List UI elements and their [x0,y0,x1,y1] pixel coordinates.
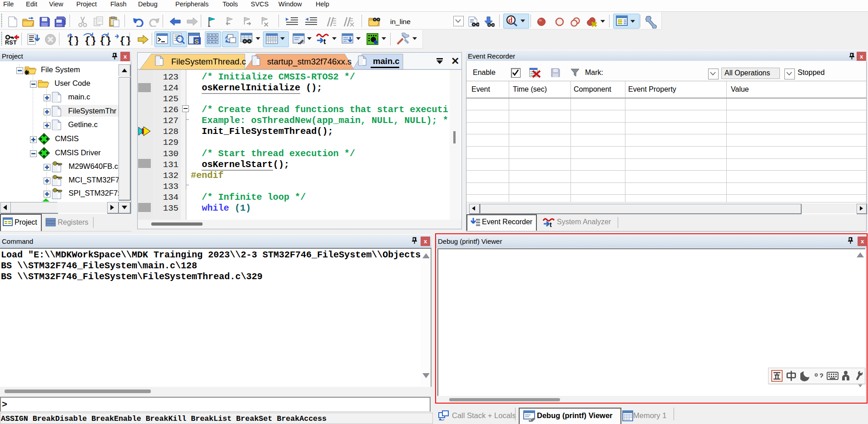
svg-text:t: t [550,221,552,228]
svg-text:{}: {} [119,35,130,45]
svg-text:{}: {} [84,35,95,45]
svg-text:{}: {} [68,35,78,45]
svg-text:t: t [323,38,326,45]
svg-text:{}: {} [99,35,111,45]
svg-text:d: d [508,16,513,25]
svg-text:S: S [194,37,199,45]
